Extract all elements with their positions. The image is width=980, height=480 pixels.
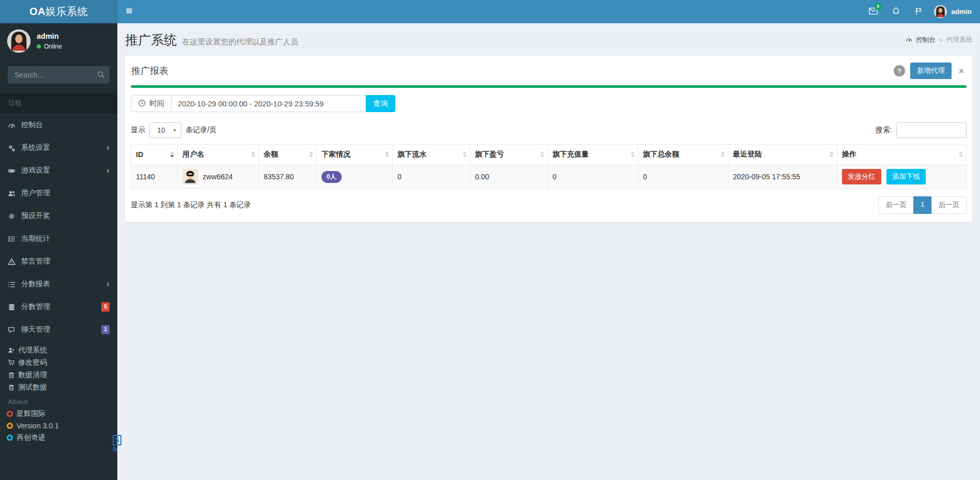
comment-icon <box>8 326 21 334</box>
close-icon[interactable]: × <box>957 67 966 75</box>
col-header-total-balance[interactable]: 旗下总余额 <box>638 145 728 165</box>
pagination-next-button[interactable]: 后一页 <box>931 196 967 214</box>
sidebar: admin Online 导航 控制台 系统设置 ‹ 游戏设置 ‹ <box>0 23 117 480</box>
gear-icon <box>8 212 21 220</box>
sort-icon <box>309 151 313 158</box>
sidebar-search-input[interactable] <box>8 66 110 84</box>
app-logo[interactable]: OA娱乐系统 <box>0 0 117 23</box>
sidebar-item-preset-draw[interactable]: 预设开奖 <box>0 205 117 227</box>
pagination: 前一页 1 后一页 <box>878 196 967 214</box>
query-button[interactable]: 查询 <box>366 95 395 112</box>
col-header-id[interactable]: ID <box>131 145 178 165</box>
logo-suffix: 娱乐系统 <box>45 6 88 17</box>
col-header-username[interactable]: 用户名 <box>178 145 259 165</box>
sidebar-item-score-management[interactable]: 分数管理 5 <box>0 296 117 318</box>
col-header-recharge[interactable]: 旗下充值量 <box>548 145 638 165</box>
sidebar-item-dashboard[interactable]: 控制台 <box>0 114 117 136</box>
sort-icon <box>959 151 963 158</box>
sidebar-toggle-button[interactable] <box>117 0 141 23</box>
sort-icon <box>385 151 389 158</box>
report-panel: 推广报表 ? 新增代理 × 时间 查询 <box>125 56 972 222</box>
trash-icon <box>8 371 18 379</box>
sidebar-item-test-data[interactable]: 测试数据 <box>0 381 117 394</box>
hamburger-icon <box>125 7 133 17</box>
sidebar-item-system-settings[interactable]: 系统设置 ‹ <box>0 136 117 159</box>
col-header-balance[interactable]: 余额 <box>259 145 317 165</box>
sidebar-item-game-settings[interactable]: 游戏设置 ‹ <box>0 159 117 182</box>
app-window: OA娱乐系统 5 admin <box>0 0 980 480</box>
circle-o-icon <box>7 423 13 429</box>
sidebar-item-data-cleanup[interactable]: 数据清理 <box>0 369 117 381</box>
page-heading: 推广系统 在这里设置您的代理以及推广人员 <box>125 32 298 49</box>
chat-management-badge: 1 <box>101 325 110 334</box>
tasks-menu[interactable] <box>907 0 930 23</box>
breadcrumb-current: 代理系统 <box>946 36 972 44</box>
sidebar-item-version[interactable]: Version 3.0.1 <box>0 420 117 431</box>
messages-menu[interactable]: 5 <box>862 0 884 23</box>
add-agent-button[interactable]: 新增代理 <box>910 63 952 79</box>
warning-icon <box>8 258 21 266</box>
chevron-left-icon: ‹ <box>106 282 110 287</box>
breadcrumb-home[interactable]: 控制台 <box>916 36 936 44</box>
sidebar-item-chat-management[interactable]: 聊天管理 1 <box>0 318 117 341</box>
notifications-menu[interactable] <box>884 0 907 23</box>
add-downline-button[interactable]: 添加下线 <box>886 169 926 184</box>
sidebar-item-change-password[interactable]: 修改密码 <box>0 357 117 369</box>
svg-text:3: 3 <box>8 285 9 288</box>
col-header-actions[interactable]: 操作 <box>837 145 967 165</box>
table-search-control: 搜索: <box>876 122 967 138</box>
sidebar-about: 星辉国际 Version 3.0.1 再创奇迹 <box>0 408 117 444</box>
sort-icon <box>170 151 174 158</box>
col-header-downline[interactable]: 下家情况 <box>317 145 393 165</box>
report-table: ID 用户名 余额 下家情况 旗下流水 旗下盈亏 旗下充值量 旗下总余额 最近登… <box>131 144 967 189</box>
col-header-turnover[interactable]: 旗下流水 <box>393 145 470 165</box>
users-icon <box>8 190 21 197</box>
database-icon <box>8 303 21 311</box>
sort-icon <box>540 151 544 158</box>
sidebar-user-avatar <box>7 29 30 53</box>
breadcrumb-separator: > <box>939 37 943 44</box>
panel-title: 推广报表 <box>131 65 169 77</box>
help-icon[interactable]: ? <box>894 65 905 76</box>
dividend-button[interactable]: 发放分红 <box>842 169 881 184</box>
pagination-prev-button[interactable]: 前一页 <box>878 196 914 214</box>
sidebar-item-zaichuang[interactable]: 再创奇迹 <box>0 431 117 444</box>
main-content: 推广系统 在这里设置您的代理以及推广人员 控制台 > 代理系统 推广报表 ? 新… <box>117 23 980 480</box>
sidebar-search <box>8 66 110 84</box>
user-menu[interactable]: admin <box>930 0 980 23</box>
sidebar-item-xinghui[interactable]: 星辉国际 <box>0 408 117 420</box>
page-length-select[interactable]: 10 ▼ <box>149 122 181 138</box>
caret-down-icon: ▼ <box>173 128 177 133</box>
page-length-control: 显示 10 ▼ 条记录/页 <box>131 122 217 138</box>
cell-profit: 0.00 <box>470 165 548 189</box>
cell-total-balance: 0 <box>638 165 728 189</box>
sidebar-item-current-stats[interactable]: 当期统计 <box>0 227 117 250</box>
sidebar-item-mute-management[interactable]: 禁言管理 <box>0 250 117 273</box>
col-header-profit[interactable]: 旗下盈亏 <box>470 145 548 165</box>
messages-count-badge: 5 <box>875 3 881 10</box>
stray-widget-artifact: 5 N <box>113 435 121 454</box>
sidebar-item-user-management[interactable]: 用户管理 <box>0 182 117 205</box>
gamepad-icon <box>8 167 21 175</box>
sidebar-nav-header: 导航 <box>0 93 117 114</box>
cell-turnover: 0 <box>393 165 470 189</box>
search-icon[interactable] <box>97 71 105 79</box>
logo-prefix: OA <box>29 6 45 17</box>
pagination-page-1-button[interactable]: 1 <box>913 196 932 214</box>
date-filter-addon: 时间 <box>131 95 171 112</box>
date-range-input[interactable] <box>171 95 366 112</box>
gears-icon <box>8 144 21 152</box>
sort-icon <box>251 151 255 158</box>
table-search-input[interactable] <box>896 122 967 138</box>
cell-last-login: 2020-09-05 17:55:55 <box>728 165 837 189</box>
chevron-left-icon: ‹ <box>106 145 110 150</box>
circle-o-icon <box>7 435 13 441</box>
table-row: 11140 zww6624 83537.80 0人 0 0.00 <box>131 165 967 189</box>
col-header-last-login[interactable]: 最近登陆 <box>728 145 837 165</box>
sidebar-item-score-report[interactable]: 123 分数报表 ‹ <box>0 273 117 296</box>
sidebar-menu: 控制台 系统设置 ‹ 游戏设置 ‹ 用户管理 预设开奖 当 <box>0 114 117 341</box>
downline-badge: 0人 <box>321 171 342 183</box>
dashboard-icon <box>906 36 912 44</box>
trash-icon <box>8 384 18 391</box>
sidebar-item-agent-system[interactable]: 代理系统 <box>0 344 117 357</box>
